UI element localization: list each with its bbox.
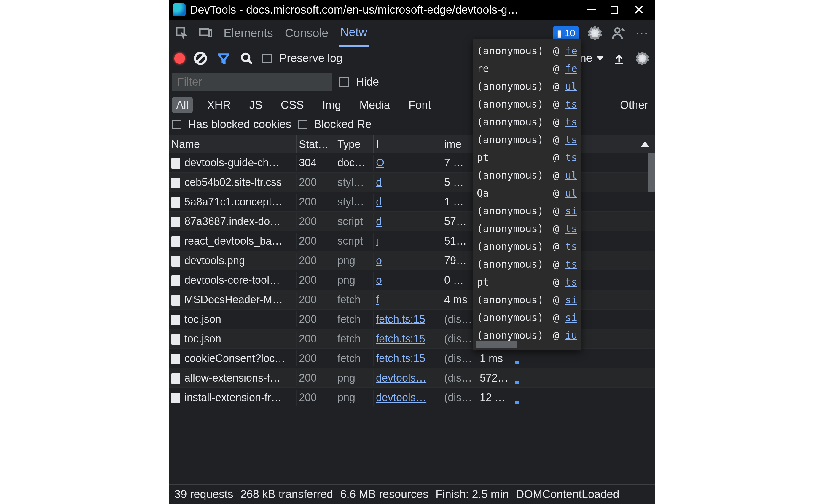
stack-frame: (anonymous)@ ts xyxy=(477,131,577,148)
initiator-link[interactable]: O xyxy=(376,157,384,169)
minimize-button[interactable] xyxy=(587,9,596,10)
blocked-requests-checkbox[interactable] xyxy=(298,120,307,129)
table-row[interactable]: toc.json200fetchfetch.ts:15(dis…5 ms xyxy=(169,309,655,329)
filter-media[interactable]: Media xyxy=(355,97,394,113)
col-name[interactable]: Name xyxy=(169,135,297,153)
cell-type: fetch xyxy=(335,350,374,367)
initiator-link[interactable]: d xyxy=(376,196,382,208)
clear-icon[interactable] xyxy=(193,51,208,66)
initiator-link[interactable]: d xyxy=(376,176,382,188)
tab-network[interactable]: Netw xyxy=(339,19,369,47)
close-button[interactable]: ✕ xyxy=(633,7,645,13)
has-blocked-cookies-checkbox[interactable] xyxy=(172,120,182,129)
settings-icon[interactable] xyxy=(587,25,603,41)
initiator-link[interactable]: f xyxy=(376,294,379,306)
hide-data-urls-checkbox[interactable] xyxy=(339,77,349,87)
initiator-link[interactable]: i xyxy=(376,235,378,247)
initiator-link[interactable]: d xyxy=(376,215,382,227)
filter-css[interactable]: CSS xyxy=(277,97,308,113)
more-menu-icon[interactable]: ⋯ xyxy=(634,25,650,41)
col-type[interactable]: Type xyxy=(335,135,374,153)
stack-link[interactable]: si xyxy=(565,294,577,306)
filter-js[interactable]: JS xyxy=(245,97,266,113)
preserve-log-checkbox[interactable] xyxy=(262,54,272,63)
cell-initiator: d xyxy=(374,174,442,190)
cell-time: 12 … xyxy=(478,390,513,406)
stack-link[interactable]: ul xyxy=(565,169,577,181)
stack-link[interactable]: ts xyxy=(565,116,577,128)
initiator-link[interactable]: o xyxy=(376,274,382,286)
table-row[interactable]: ceb54b02.site-ltr.css200styl…d5 … xyxy=(169,173,655,192)
initiator-link[interactable]: fetch.ts:15 xyxy=(376,333,425,345)
main-tabs: Elements Console Netw ▮ 10 ⋯ xyxy=(169,20,655,47)
stack-link[interactable]: ts xyxy=(565,134,577,145)
feedback-icon[interactable] xyxy=(611,25,626,41)
table-row[interactable]: cookieConsent?loc…200fetchfetch.ts:15(di… xyxy=(169,348,655,368)
stack-link[interactable]: ts xyxy=(565,258,577,270)
tab-console[interactable]: Console xyxy=(283,20,330,46)
col-initiator[interactable]: I xyxy=(374,135,442,153)
stack-frame: (anonymous)@ ts xyxy=(477,220,577,237)
table-row[interactable]: MSDocsHeader-M…200fetchf4 ms xyxy=(169,290,655,309)
file-icon xyxy=(171,197,180,208)
stack-link[interactable]: ts xyxy=(565,223,577,234)
initiator-link[interactable]: devtools… xyxy=(376,372,426,384)
table-row[interactable]: react_devtools_ba…200scripti51… xyxy=(169,231,655,251)
stack-link[interactable]: fe xyxy=(565,45,577,57)
filter-font[interactable]: Font xyxy=(404,97,435,113)
file-icon xyxy=(171,315,180,325)
col-status[interactable]: Stat… xyxy=(297,135,335,153)
table-row[interactable]: 87a3687.index-do…200scriptd57… xyxy=(169,212,655,231)
filter-toggle-icon[interactable] xyxy=(216,51,231,66)
stack-link[interactable]: ts xyxy=(565,240,577,252)
blocked-filters: Has blocked cookies Blocked Re xyxy=(169,116,655,135)
col-time[interactable]: ime xyxy=(442,135,478,153)
inspect-icon[interactable] xyxy=(174,25,190,41)
initiator-link[interactable]: devtools… xyxy=(376,391,426,403)
record-button[interactable] xyxy=(174,53,185,64)
table-row[interactable]: devtools.png200pngo79… xyxy=(169,251,655,270)
device-toggle-icon[interactable] xyxy=(198,25,213,41)
stack-link[interactable]: si xyxy=(565,205,577,217)
table-row[interactable]: devtools-guide-ch…304doc…O7 … xyxy=(169,153,655,173)
stack-link[interactable]: ul xyxy=(565,80,577,92)
import-har-icon[interactable] xyxy=(611,51,627,66)
issues-badge[interactable]: ▮ 10 xyxy=(553,26,579,40)
stack-link[interactable]: fe xyxy=(565,63,577,75)
cell-initiator: f xyxy=(374,292,442,308)
table-row[interactable]: toc.json200fetchfetch.ts:15(dis…2 ms xyxy=(169,329,655,348)
search-icon[interactable] xyxy=(239,51,254,66)
cell-time: 79… xyxy=(442,253,478,269)
stack-link[interactable]: ts xyxy=(565,276,577,288)
filter-all[interactable]: All xyxy=(172,97,193,113)
stack-link[interactable]: ts xyxy=(565,152,577,163)
initiator-link[interactable]: fetch.ts:15 xyxy=(376,352,425,364)
filter-other[interactable]: Other xyxy=(616,97,652,113)
cell-size: (dis… xyxy=(442,350,478,367)
stack-fn: pt xyxy=(477,273,489,291)
vertical-scrollbar[interactable] xyxy=(647,153,655,192)
window-titlebar: DevTools - docs.microsoft.com/en-us/micr… xyxy=(169,0,655,20)
maximize-button[interactable] xyxy=(611,6,618,14)
stack-link[interactable]: ul xyxy=(565,187,577,199)
tooltip-scrollbar[interactable] xyxy=(476,341,517,348)
network-settings-icon[interactable] xyxy=(634,51,650,66)
filter-input[interactable] xyxy=(172,73,332,91)
devtools-window: DevTools - docs.microsoft.com/en-us/micr… xyxy=(169,0,655,504)
table-row[interactable]: allow-extensions-f…200pngdevtools…(dis…5… xyxy=(169,368,655,388)
stack-link[interactable]: ts xyxy=(565,98,577,110)
cell-size: (dis… xyxy=(442,370,478,386)
stack-link[interactable]: iu xyxy=(565,329,577,341)
table-row[interactable]: 5a8a71c1.concept…200styl…d1 … xyxy=(169,192,655,212)
stack-link[interactable]: si xyxy=(565,312,577,323)
file-icon xyxy=(171,236,180,247)
initiator-link[interactable]: fetch.ts:15 xyxy=(376,313,425,325)
table-row[interactable]: devtools-core-tool…200pngo0 … xyxy=(169,270,655,290)
svg-line-6 xyxy=(197,55,204,62)
initiator-link[interactable]: o xyxy=(376,255,382,267)
stack-frame: (anonymous)@ ts xyxy=(477,113,577,131)
table-row[interactable]: install-extension-fr…200pngdevtools…(dis… xyxy=(169,388,655,407)
filter-img[interactable]: Img xyxy=(318,97,345,113)
tab-elements[interactable]: Elements xyxy=(222,20,275,46)
filter-xhr[interactable]: XHR xyxy=(203,97,235,113)
